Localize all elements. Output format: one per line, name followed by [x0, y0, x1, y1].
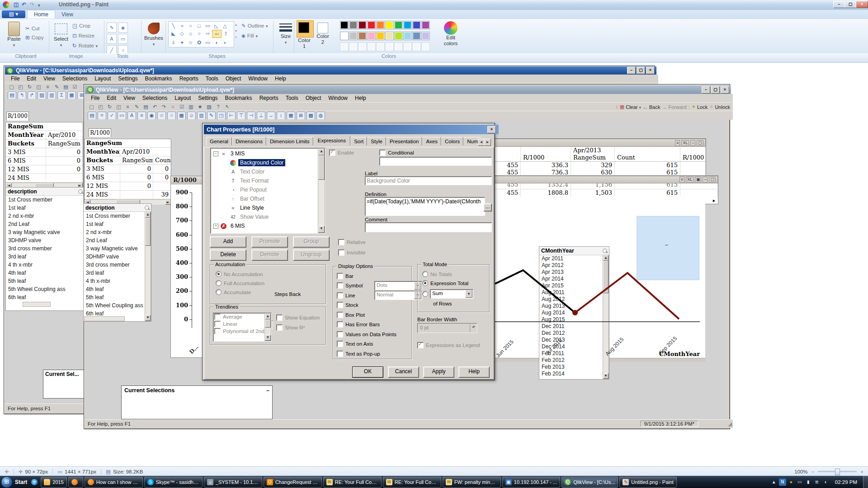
taskbar-button[interactable]: ✉ RE: Your Full Conv...: [323, 477, 382, 488]
demote-sheet-icon[interactable]: ↱: [28, 91, 36, 99]
current-selections-box[interactable]: Current Selections –: [121, 385, 273, 419]
list-item[interactable]: 1st Cross member: [84, 212, 151, 220]
shape-star6[interactable]: ✪: [195, 39, 203, 46]
shape-curve[interactable]: ≈: [178, 22, 186, 29]
list-item[interactable]: 1st Cross member: [6, 196, 85, 204]
dialog-tab[interactable]: Colors: [441, 137, 463, 145]
paste-button[interactable]: Paste: [5, 22, 24, 48]
palette-swatch[interactable]: [349, 21, 358, 29]
list-item[interactable]: 1st leaf: [6, 204, 85, 212]
list-item[interactable]: Apr 2014: [539, 276, 609, 282]
menu-item[interactable]: Settings: [195, 94, 221, 102]
brushes-button[interactable]: Brushes: [144, 22, 164, 47]
display-option-checkbox[interactable]: Symbol: [337, 282, 373, 289]
current-selections-icon[interactable]: ☑: [178, 103, 186, 111]
front-window-titlebar[interactable]: Q QlikView - [C:\Users\sasipar\Downloads…: [85, 85, 731, 94]
palette-swatch[interactable]: [358, 32, 367, 40]
new-file-icon[interactable]: ▢: [8, 84, 15, 91]
container-object-icon[interactable]: ◉: [147, 112, 156, 120]
tab-scroll-right-icon[interactable]: ►: [484, 139, 491, 146]
table-box-icon[interactable]: ▦: [67, 91, 76, 99]
bar-border-spinner[interactable]: 0 pt: [417, 323, 477, 333]
statistics-object-icon[interactable]: =: [98, 112, 106, 120]
list-item[interactable]: Apr 2012: [539, 262, 609, 269]
table-object-icon[interactable]: ▦: [177, 112, 186, 120]
notes-icon[interactable]: ▨: [38, 91, 46, 99]
front-description-listbox[interactable]: description 1st Cross member1st leaf2 nd…: [83, 203, 151, 322]
chart-icon[interactable]: ▥: [47, 91, 56, 99]
dialog-tab[interactable]: Axes: [422, 137, 441, 145]
trendline-option[interactable]: Polynomial of 2nd de: [213, 328, 271, 335]
dialog-tab[interactable]: Expressions: [313, 136, 351, 145]
list-item[interactable]: 2 nd x-mbr: [84, 228, 151, 236]
chart-wizard-icon[interactable]: ▥: [197, 112, 206, 120]
list-item[interactable]: 4th leaf: [84, 285, 151, 293]
sheet-icon[interactable]: ▤: [8, 91, 16, 99]
shape-arrow-left[interactable]: ⇦: [212, 30, 222, 38]
expression-tree-item[interactable]: 42 Show Value: [211, 212, 325, 221]
table-row[interactable]: 24 MIS: [6, 174, 83, 183]
shape-pentagon[interactable]: ⌂: [186, 30, 195, 37]
fill-bucket-icon[interactable]: ◈: [118, 23, 128, 33]
list-item[interactable]: 5th Wheel Coupling ass: [6, 285, 85, 293]
display-option-dropdown[interactable]: Normal: [374, 291, 422, 300]
pivot-table-front[interactable]: ≡XL▣–▢ 4551352.41,156615 4551808.81,5036…: [493, 175, 718, 204]
show-equation-checkbox[interactable]: Show Equation: [276, 314, 320, 321]
start-button[interactable]: ⊞: [1, 476, 13, 488]
edit-script-icon[interactable]: ✎: [53, 84, 61, 91]
align-left-icon[interactable]: ⊢: [227, 112, 236, 120]
list-item[interactable]: 5th Wheel Coupling ass: [84, 301, 151, 310]
list-item[interactable]: 3 way Magnetic valve: [6, 228, 85, 236]
taskbar-button[interactable]: ▣ 10.192.100.147 - ...: [502, 477, 560, 488]
send-to-excel-icon[interactable]: XL: [681, 140, 689, 146]
forward-button[interactable]: →Forward: [662, 104, 686, 110]
open-file-icon[interactable]: ◰: [17, 84, 24, 91]
display-option-checkbox[interactable]: Stock: [337, 302, 373, 308]
shape-tri-r[interactable]: ◺: [212, 22, 221, 29]
fill-button[interactable]: ◈Fill: [241, 33, 258, 39]
align-right-icon[interactable]: ⊣: [247, 112, 255, 120]
redo-icon[interactable]: ↷: [160, 103, 168, 111]
shade-icon[interactable]: ▩: [307, 112, 315, 120]
search-object-icon[interactable]: ○: [167, 112, 176, 120]
minimize-object-icon[interactable]: –: [266, 387, 269, 394]
send-to-excel-icon[interactable]: XL: [686, 177, 693, 183]
front-sheet-tab[interactable]: R/1000: [89, 128, 111, 137]
minimize-button[interactable]: –: [627, 67, 636, 74]
cut-button[interactable]: ✂Cut: [25, 25, 40, 32]
promote-sheet-icon[interactable]: ↰: [18, 91, 26, 99]
expression-total-radio[interactable]: Expression Total: [422, 280, 468, 286]
align-center-icon[interactable]: ⊤: [237, 112, 245, 120]
update-icon[interactable]: ●: [788, 479, 795, 486]
button-object-icon[interactable]: ▭: [118, 112, 126, 120]
shape-line[interactable]: ╲: [169, 22, 178, 29]
taskbar-button[interactable]: ✉ RE: Your Full Conv...: [383, 477, 441, 488]
save-icon[interactable]: ◫: [115, 103, 123, 111]
undo-icon[interactable]: ↶: [151, 103, 159, 111]
table-row[interactable]: 12 MIS0: [6, 165, 83, 174]
web-view-icon[interactable]: ◍: [316, 112, 325, 120]
menu-item[interactable]: Selections: [139, 94, 170, 102]
wifi-icon[interactable]: ≣: [813, 479, 821, 486]
expression-tree-item[interactable]: ◔ Pie Popout: [211, 185, 325, 194]
back-button[interactable]: ←Back: [643, 104, 660, 110]
tab-scroll-left-icon[interactable]: ◄: [478, 139, 485, 146]
back-current-selections[interactable]: Current Sel...: [43, 370, 85, 399]
back-sheet-tab[interactable]: R/1000: [6, 112, 29, 121]
palette-swatch[interactable]: [376, 21, 385, 29]
trendline-option[interactable]: Linear: [213, 320, 271, 328]
copy-button[interactable]: ⊞Copy: [25, 34, 44, 41]
space-horizontal-icon[interactable]: ↔: [267, 112, 275, 120]
table-row[interactable]: 6 MIS00: [85, 174, 171, 182]
expression-tree-item[interactable]: Background Color: [211, 158, 325, 167]
dialog-tab[interactable]: Style: [367, 137, 386, 145]
pivot-table-back[interactable]: ≡XL–▢ Apr/2013 R/1000RangeSumCountR/1000…: [493, 138, 706, 178]
show-r2-checkbox[interactable]: Show R²: [276, 324, 305, 331]
display-option-checkbox[interactable]: Line: [337, 292, 373, 299]
palette-swatch[interactable]: [403, 21, 412, 29]
conditional-field[interactable]: [379, 157, 492, 166]
sigma-icon[interactable]: Σ: [57, 91, 66, 99]
dialog-tab[interactable]: Dimensions: [232, 137, 266, 145]
align-bottom-icon[interactable]: ⊥: [257, 112, 265, 120]
front-range-table[interactable]: RangeSum MonthYearApr/2010 BucketsRangeS…: [84, 139, 171, 203]
